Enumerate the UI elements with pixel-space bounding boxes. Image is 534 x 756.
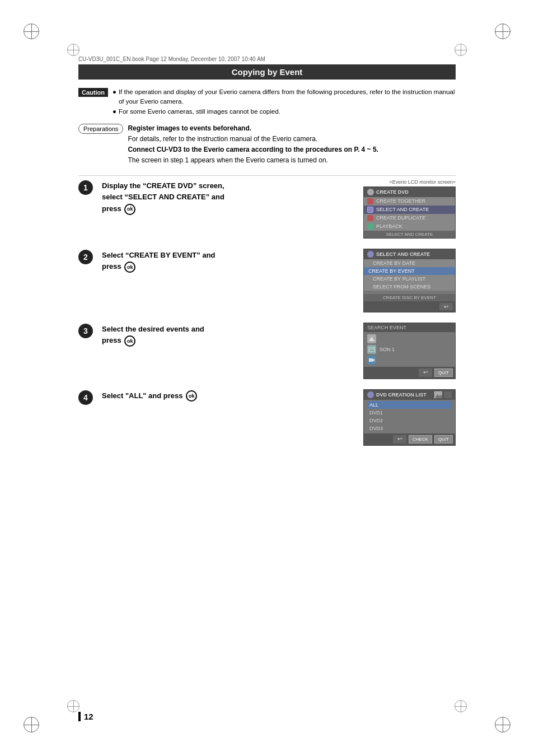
s4-footer: ↩ CHECK QUIT bbox=[364, 433, 455, 445]
s2-row-3: CREATE BY PLAYLIST bbox=[364, 275, 455, 283]
s4-check-btn[interactable]: CHECK bbox=[409, 435, 432, 444]
ok-icon-3: ok bbox=[124, 335, 135, 347]
reg-mark-inner-bottom-right bbox=[455, 700, 467, 712]
svg-marker-0 bbox=[369, 337, 374, 341]
step-4-line1: Select "ALL" and press ok bbox=[102, 390, 352, 402]
caution-text: ● If the operation and display of your E… bbox=[113, 87, 456, 116]
s2-row-1: CREATE BY DATE bbox=[364, 259, 455, 267]
s4-row-all: ALL bbox=[367, 401, 452, 409]
s2-row-2: CREATE BY EVENT bbox=[364, 267, 455, 275]
svg-line-3 bbox=[371, 348, 373, 349]
step-3-text: Select the desired events and press ok bbox=[102, 323, 352, 347]
step-3-number: 3 bbox=[78, 324, 93, 338]
s2-header-icon bbox=[367, 251, 374, 258]
s4-header: DVD CREATION LIST bbox=[364, 390, 455, 400]
s3-icon-2 bbox=[367, 345, 376, 354]
step-2-text: Select “CREATE BY EVENT” and press ok bbox=[102, 249, 352, 273]
s4-row-dvd3: DVD3 bbox=[367, 424, 452, 432]
step-2-line2: press ok bbox=[102, 261, 352, 273]
svg-line-2 bbox=[369, 348, 371, 350]
s4-row-dvd2: DVD2 bbox=[367, 417, 452, 424]
reg-mark-top-left bbox=[24, 24, 39, 39]
s4-row-dvd1: DVD1 bbox=[367, 409, 452, 417]
reg-mark-inner-top-right bbox=[455, 44, 467, 56]
s4-icon-image bbox=[434, 391, 442, 398]
caution-block: Caution ● If the operation and display o… bbox=[78, 87, 456, 116]
s1-row-1: CREATE TOGETHER bbox=[364, 197, 455, 206]
s3-item-3 bbox=[367, 356, 452, 365]
svg-marker-6 bbox=[373, 358, 374, 362]
reg-mark-bottom-left bbox=[24, 717, 39, 732]
prep-line4: The screen in step 1 appears when the Ev… bbox=[128, 155, 378, 166]
preparations-label: Preparations bbox=[78, 124, 123, 134]
prep-line2: For details, refer to the instruction ma… bbox=[128, 134, 378, 144]
s3-footer: ↩ QUIT bbox=[364, 367, 455, 379]
page-number: 12 bbox=[78, 712, 93, 721]
reg-mark-inner-top-left bbox=[67, 44, 79, 56]
s2-back-btn[interactable]: ↩ bbox=[439, 303, 453, 310]
caution-bullet-2: ● For some Everio cameras, still images … bbox=[113, 107, 456, 116]
step-1-text: Display the “CREATE DVD” screen, select … bbox=[102, 179, 352, 215]
caution-label: Caution bbox=[78, 88, 108, 97]
step-4: 4 Select "ALL" and press ok DVD CREATION… bbox=[78, 389, 456, 446]
prep-line3: Connect CU-VD3 to the Everio camera acco… bbox=[128, 144, 378, 155]
s1-icon-4 bbox=[367, 223, 373, 230]
preparations-text: Register images to events beforehand. Fo… bbox=[128, 123, 378, 166]
step-3-content: Select the desired events and press ok S… bbox=[102, 323, 456, 379]
step-1: 1 Display the “CREATE DVD” screen, selec… bbox=[78, 179, 456, 239]
page: CU-VD3U_001C_EN.book Page 12 Monday, Dec… bbox=[0, 0, 534, 756]
s1-icon-2 bbox=[367, 207, 373, 213]
step-2-number: 2 bbox=[78, 250, 93, 264]
step-2: 2 Select “CREATE BY EVENT” and press ok … bbox=[78, 249, 456, 312]
step-3-line1: Select the desired events and bbox=[102, 324, 352, 335]
step-4-content: Select "ALL" and press ok DVD CREATION L… bbox=[102, 389, 456, 446]
s3-item-2: SON 1 bbox=[367, 345, 452, 354]
s2-row-4: SELECT FROM SCENES bbox=[364, 283, 455, 291]
step-1-line2: select “SELECT AND CREATE” and bbox=[102, 192, 352, 203]
page-title: Copying by Event bbox=[78, 64, 456, 80]
step-1-screen: CREATE DVD CREATE TOGETHER SELECT AND CR… bbox=[363, 186, 456, 239]
s3-icon-3 bbox=[367, 356, 376, 365]
s3-items: SON 1 bbox=[364, 332, 455, 367]
step-3: 3 Select the desired events and press ok… bbox=[78, 323, 456, 379]
s2-footer: ↩ bbox=[364, 301, 455, 312]
s1-header-icon bbox=[367, 189, 374, 195]
s2-header: SELECT AND CREATE bbox=[364, 249, 455, 259]
s3-back-btn[interactable]: ↩ bbox=[419, 368, 432, 377]
s3-quit-btn[interactable]: QUIT bbox=[434, 368, 453, 377]
prep-line1: Register images to events beforehand. bbox=[128, 123, 378, 134]
main-content: Copying by Event Caution ● If the operat… bbox=[78, 64, 456, 711]
s3-icon-1 bbox=[367, 334, 376, 343]
s1-icon-1 bbox=[367, 198, 373, 204]
s1-header: CREATE DVD bbox=[364, 187, 455, 197]
step-2-line1: Select “CREATE BY EVENT” and bbox=[102, 250, 352, 262]
ok-icon-2: ok bbox=[124, 262, 135, 273]
s1-row-2: SELECT AND CREATE bbox=[364, 206, 455, 214]
reg-mark-inner-bottom-left bbox=[67, 700, 79, 712]
step-4-number: 4 bbox=[78, 390, 93, 405]
step-3-line2: press ok bbox=[102, 335, 352, 347]
s4-icon-extra bbox=[444, 391, 452, 398]
s1-row-3: CREATE DUPLICATE bbox=[364, 214, 455, 222]
step-2-screen: SELECT AND CREATE CREATE BY DATE CREATE … bbox=[363, 249, 456, 312]
step-1-line3: press ok bbox=[102, 203, 352, 215]
step-1-line1: Display the “CREATE DVD” screen, bbox=[102, 180, 352, 192]
s1-icon-3 bbox=[367, 215, 373, 221]
ok-icon-4: ok bbox=[186, 390, 197, 402]
step-1-content: Display the “CREATE DVD” screen, select … bbox=[102, 179, 456, 239]
reg-mark-bottom-right bbox=[495, 717, 510, 732]
s1-bottom: SELECT AND CREATE bbox=[364, 231, 455, 238]
s3-header: SEARCH EVENT bbox=[364, 323, 455, 332]
preparations-block: Preparations Register images to events b… bbox=[78, 123, 456, 166]
s4-quit-btn[interactable]: QUIT bbox=[434, 435, 453, 444]
separator bbox=[78, 175, 456, 176]
s4-back-btn[interactable]: ↩ bbox=[393, 435, 406, 444]
file-info: CU-VD3U_001C_EN.book Page 12 Monday, Dec… bbox=[78, 56, 456, 65]
s2-bottom: CREATE DISC BY EVENT bbox=[364, 294, 455, 301]
reg-mark-top-right bbox=[495, 24, 510, 39]
step-1-screen-container: <Everio LCD monitor screen> CREATE DVD C… bbox=[363, 179, 456, 239]
step-4-text: Select "ALL" and press ok bbox=[102, 389, 352, 402]
step-1-screen-label: <Everio LCD monitor screen> bbox=[363, 179, 456, 185]
ok-icon-1: ok bbox=[124, 204, 135, 215]
step-2-content: Select “CREATE BY EVENT” and press ok SE… bbox=[102, 249, 456, 312]
